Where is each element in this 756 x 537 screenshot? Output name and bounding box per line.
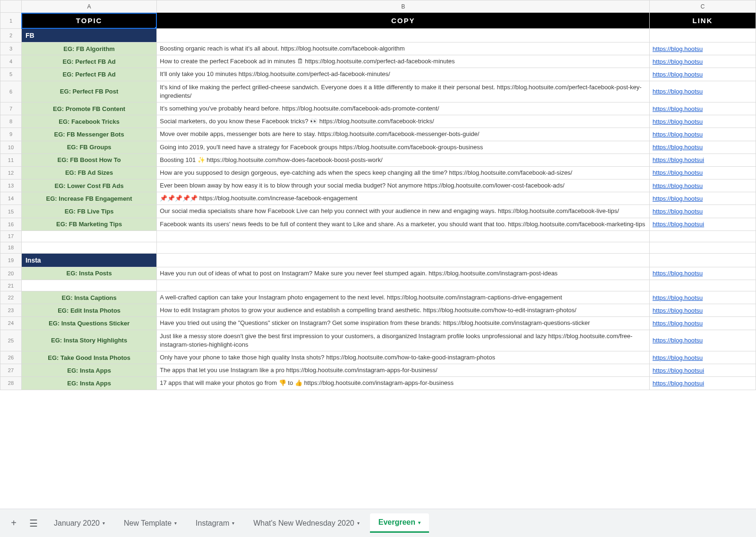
row-header[interactable]: 26 bbox=[0, 351, 22, 364]
sheet-tab[interactable]: Instagram▾ bbox=[187, 514, 243, 532]
empty-cell[interactable] bbox=[157, 230, 650, 242]
copy-cell[interactable]: It's something you've probably heard bef… bbox=[157, 102, 650, 115]
empty-cell[interactable] bbox=[650, 29, 756, 43]
topic-cell[interactable]: EG: FB Groups bbox=[21, 141, 156, 153]
row-header[interactable]: 7 bbox=[0, 102, 22, 115]
column-header-B[interactable]: B bbox=[157, 0, 650, 13]
topic-cell[interactable]: EG: Insta Captions bbox=[21, 291, 156, 304]
copy-cell[interactable]: How are you supposed to design gorgeous,… bbox=[157, 166, 650, 179]
copy-cell[interactable]: Only have your phone to take those high … bbox=[157, 351, 650, 364]
topic-cell[interactable]: EG: Edit Insta Photos bbox=[21, 304, 156, 317]
row-header[interactable]: 21 bbox=[0, 280, 22, 291]
topic-cell[interactable]: EG: FB Messenger Bots bbox=[21, 128, 156, 141]
copy-cell[interactable]: How to edit Instagram photos to grow you… bbox=[157, 304, 650, 317]
sheet-tab[interactable]: New Template▾ bbox=[115, 514, 185, 532]
link-cell[interactable]: https://blog.hootsu bbox=[650, 128, 756, 141]
topic-cell[interactable]: EG: Take Good Insta Photos bbox=[21, 351, 156, 364]
topic-cell[interactable]: EG: FB Marketing Tips bbox=[21, 218, 156, 230]
empty-cell[interactable] bbox=[157, 253, 650, 267]
copy-cell[interactable]: Going into 2019, you'll need have a stra… bbox=[157, 141, 650, 153]
topic-cell[interactable]: EG: Insta Apps bbox=[21, 377, 156, 390]
link-cell[interactable]: https://blog.hootsu bbox=[650, 351, 756, 364]
row-header[interactable]: 11 bbox=[0, 153, 22, 166]
empty-cell[interactable] bbox=[21, 230, 156, 242]
copy-cell[interactable]: Have you run out of ideas of what to pos… bbox=[157, 267, 650, 280]
empty-cell[interactable] bbox=[650, 253, 756, 267]
empty-cell[interactable] bbox=[21, 280, 156, 291]
copy-cell[interactable]: 📌📌📌📌📌 https://blog.hootsuite.com/increas… bbox=[157, 192, 650, 205]
copy-cell[interactable]: Move over mobile apps, messenger bots ar… bbox=[157, 128, 650, 141]
row-header[interactable]: 18 bbox=[0, 242, 22, 253]
copy-cell[interactable]: The apps that let you use Instagram like… bbox=[157, 364, 650, 377]
copy-cell[interactable]: 17 apps that will make your photos go fr… bbox=[157, 377, 650, 390]
sheet-tab[interactable]: January 2020▾ bbox=[45, 514, 113, 532]
table-header-copy[interactable]: COPY bbox=[157, 13, 650, 29]
copy-cell[interactable]: How to create the perfect Facebook ad in… bbox=[157, 55, 650, 68]
link-cell[interactable]: https://blog.hootsu bbox=[650, 43, 756, 55]
row-header[interactable]: 14 bbox=[0, 192, 22, 205]
sheet-tab[interactable]: Evergreen▾ bbox=[370, 513, 429, 533]
chevron-down-icon[interactable]: ▾ bbox=[232, 520, 234, 526]
copy-cell[interactable]: Just like a messy store doesn't give the… bbox=[157, 330, 650, 351]
copy-cell[interactable]: Social marketers, do you know these Face… bbox=[157, 115, 650, 128]
chevron-down-icon[interactable]: ▾ bbox=[174, 520, 177, 526]
topic-cell[interactable]: EG: Increase FB Engagement bbox=[21, 192, 156, 205]
add-sheet-button[interactable]: + bbox=[6, 515, 22, 531]
link-cell[interactable]: https://blog.hootsu bbox=[650, 330, 756, 351]
row-header[interactable]: 17 bbox=[0, 230, 22, 242]
chevron-down-icon[interactable]: ▾ bbox=[357, 520, 360, 526]
empty-cell[interactable] bbox=[650, 280, 756, 291]
row-header[interactable]: 20 bbox=[0, 267, 22, 280]
topic-cell[interactable]: EG: Perfect FB Ad bbox=[21, 55, 156, 68]
table-header-topic[interactable]: TOPIC bbox=[21, 13, 156, 29]
copy-cell[interactable]: Facebook wants its users' news feeds to … bbox=[157, 218, 650, 230]
link-cell[interactable]: https://blog.hootsu bbox=[650, 166, 756, 179]
chevron-down-icon[interactable]: ▾ bbox=[418, 520, 421, 525]
column-header-C[interactable]: C bbox=[650, 0, 756, 13]
copy-cell[interactable]: Boosting 101 ✨ https://blog.hootsuite.co… bbox=[157, 153, 650, 166]
topic-cell[interactable]: EG: FB Algorithm bbox=[21, 43, 156, 55]
link-cell[interactable]: https://blog.hootsu bbox=[650, 205, 756, 218]
row-header[interactable]: 10 bbox=[0, 141, 22, 153]
topic-cell[interactable]: EG: Perfect FB Ad bbox=[21, 68, 156, 81]
sheet-tab[interactable]: What's New Wednesday 2020▾ bbox=[245, 514, 368, 532]
copy-cell[interactable]: A well-crafted caption can take your Ins… bbox=[157, 291, 650, 304]
spreadsheet-grid[interactable]: A B C 1TOPICCOPYLINK2FB3EG: FB Algorithm… bbox=[0, 0, 756, 509]
all-sheets-button[interactable]: ☰ bbox=[26, 515, 42, 531]
topic-cell[interactable]: EG: Insta Posts bbox=[21, 267, 156, 280]
row-header[interactable]: 28 bbox=[0, 377, 22, 390]
empty-cell[interactable] bbox=[157, 29, 650, 43]
table-header-link[interactable]: LINK bbox=[650, 13, 756, 29]
link-cell[interactable]: https://blog.hootsu bbox=[650, 68, 756, 81]
row-header[interactable]: 5 bbox=[0, 68, 22, 81]
empty-cell[interactable] bbox=[157, 280, 650, 291]
link-cell[interactable]: https://blog.hootsu bbox=[650, 115, 756, 128]
row-header[interactable]: 2 bbox=[0, 29, 22, 43]
topic-cell[interactable]: EG: FB Boost How To bbox=[21, 153, 156, 166]
row-header[interactable]: 6 bbox=[0, 81, 22, 102]
copy-cell[interactable]: It's kind of like making the perfect gri… bbox=[157, 81, 650, 102]
topic-cell[interactable]: EG: Lower Cost FB Ads bbox=[21, 179, 156, 192]
link-cell[interactable]: https://blog.hootsui bbox=[650, 218, 756, 230]
topic-cell[interactable]: EG: Promote FB Content bbox=[21, 102, 156, 115]
column-header-A[interactable]: A bbox=[21, 0, 156, 13]
link-cell[interactable]: https://blog.hootsui bbox=[650, 364, 756, 377]
row-header[interactable]: 19 bbox=[0, 253, 22, 267]
row-header[interactable]: 3 bbox=[0, 43, 22, 55]
empty-cell[interactable] bbox=[650, 242, 756, 253]
link-cell[interactable]: https://blog.hootsui bbox=[650, 377, 756, 390]
row-header[interactable]: 23 bbox=[0, 304, 22, 317]
link-cell[interactable]: https://blog.hootsu bbox=[650, 291, 756, 304]
topic-cell[interactable]: EG: Insta Story Highlights bbox=[21, 330, 156, 351]
row-header[interactable]: 1 bbox=[0, 13, 22, 29]
section-title[interactable]: Insta bbox=[21, 253, 156, 267]
select-all-corner[interactable] bbox=[0, 0, 22, 13]
row-header[interactable]: 15 bbox=[0, 205, 22, 218]
row-header[interactable]: 13 bbox=[0, 179, 22, 192]
link-cell[interactable]: https://blog.hootsu bbox=[650, 102, 756, 115]
section-title[interactable]: FB bbox=[21, 29, 156, 43]
empty-cell[interactable] bbox=[650, 230, 756, 242]
empty-cell[interactable] bbox=[21, 242, 156, 253]
link-cell[interactable]: https://blog.hootsu bbox=[650, 267, 756, 280]
topic-cell[interactable]: EG: Perfect FB Post bbox=[21, 81, 156, 102]
